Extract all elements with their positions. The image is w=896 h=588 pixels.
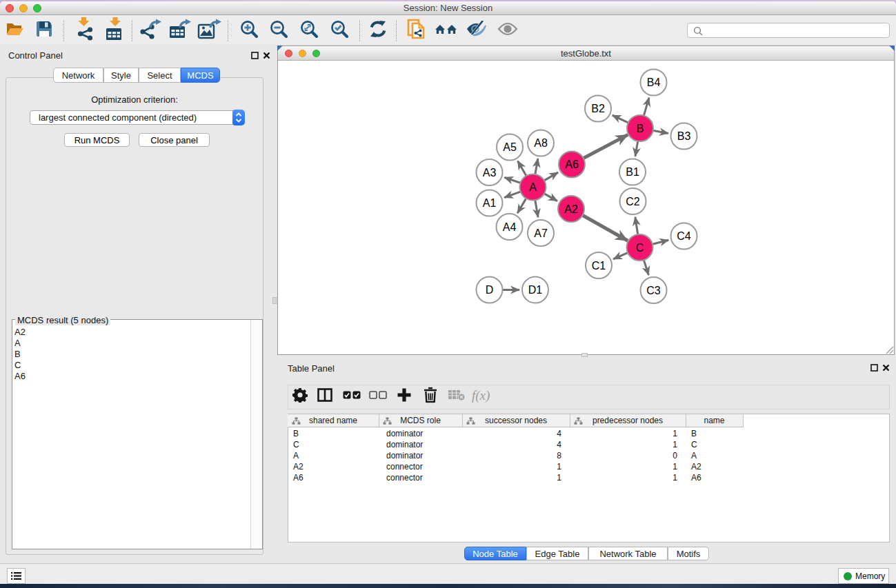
svg-text:C: C <box>636 242 644 254</box>
svg-text:C3: C3 <box>646 285 661 296</box>
svg-text:B2: B2 <box>591 103 605 114</box>
svg-text:A2: A2 <box>564 203 578 215</box>
svg-text:B: B <box>637 123 644 134</box>
svg-text:A1: A1 <box>483 197 497 209</box>
svg-text:A4: A4 <box>503 221 517 233</box>
svg-text:C2: C2 <box>626 196 640 207</box>
svg-text:A: A <box>529 181 537 193</box>
svg-text:B1: B1 <box>626 166 639 178</box>
svg-text:B3: B3 <box>677 130 691 142</box>
svg-text:D1: D1 <box>528 284 543 296</box>
svg-text:C1: C1 <box>592 260 606 272</box>
svg-text:A7: A7 <box>534 227 548 239</box>
svg-text:A3: A3 <box>483 167 497 179</box>
svg-text:A5: A5 <box>503 141 517 153</box>
svg-text:D: D <box>486 284 494 296</box>
svg-text:A8: A8 <box>534 137 548 149</box>
svg-text:A6: A6 <box>565 159 579 170</box>
svg-text:C4: C4 <box>677 230 691 242</box>
svg-text:B4: B4 <box>647 77 661 88</box>
